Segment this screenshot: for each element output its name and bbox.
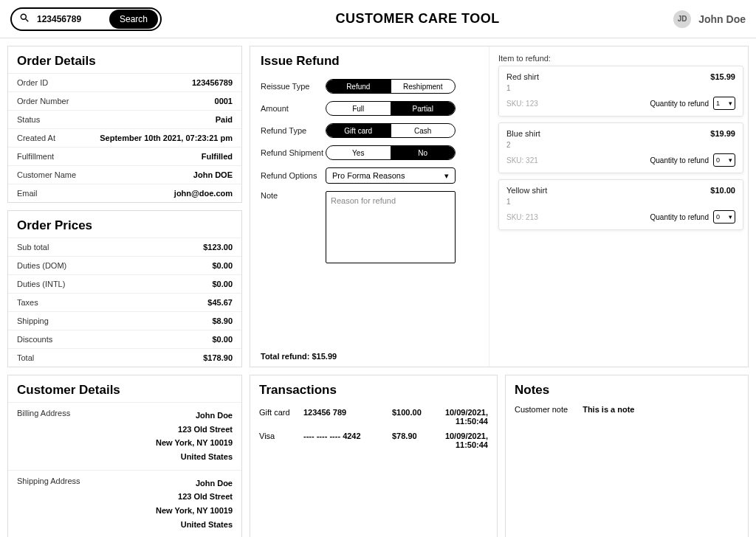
refund-shipment-toggle[interactable]: Yes No — [326, 145, 456, 160]
customer-details-panel: Customer Details Billing Address John Do… — [7, 375, 242, 537]
order-detail-row: Created AtSeptember 10th 2021, 07:23:21 … — [8, 128, 241, 147]
order-price-value: $45.67 — [207, 298, 233, 307]
order-detail-key: Order Number — [17, 97, 69, 105]
order-price-key: Discounts — [17, 335, 52, 344]
customer-details-heading: Customer Details — [8, 375, 241, 402]
order-detail-key: Status — [17, 115, 40, 124]
item-name: Blue shirt — [506, 129, 540, 138]
total-refund-line: Total refund: $15.99 — [261, 325, 478, 361]
qty-to-refund-select[interactable]: 1▾ — [713, 97, 735, 110]
item-sku: SKU: 321 — [506, 156, 538, 164]
tx-number: ---- ---- ---- 4242 — [303, 432, 392, 449]
tx-timestamp: 10/09/2021, 11:50:44 — [444, 408, 488, 426]
search-container: Search — [10, 7, 162, 31]
refund-type-cash-option[interactable]: Cash — [391, 124, 456, 137]
refund-shipment-yes-option[interactable]: Yes — [326, 146, 391, 159]
item-price: $19.99 — [710, 129, 735, 138]
order-detail-key: Order ID — [17, 78, 48, 87]
note-label: Note — [261, 191, 326, 200]
amount-toggle[interactable]: Full Partial — [326, 101, 456, 116]
refund-shipment-label: Refund Shipment — [261, 148, 326, 157]
order-price-value: $8.90 — [212, 316, 233, 325]
order-price-row: Sub total$123.00 — [8, 238, 241, 256]
refund-item-card: Yellow shirt$10.001SKU: 213Quantity to r… — [498, 179, 743, 230]
shipping-address-label: Shipping Address — [17, 477, 80, 532]
order-price-row: Discounts$0.00 — [8, 330, 241, 348]
order-price-row: Taxes$45.67 — [8, 293, 241, 311]
order-detail-row: Order ID123456789 — [8, 73, 241, 91]
order-price-key: Shipping — [17, 316, 49, 325]
amount-full-option[interactable]: Full — [326, 102, 391, 115]
item-sku: SKU: 213 — [506, 213, 538, 221]
order-price-value: $0.00 — [212, 335, 233, 344]
reissue-reshipment-option[interactable]: Reshipment — [391, 80, 456, 93]
qty-to-refund-select[interactable]: 0▾ — [713, 153, 735, 167]
qty-to-refund-select[interactable]: 0▾ — [713, 210, 735, 224]
billing-address-value: John Doe123 Old StreetNew York, NY 10019… — [156, 409, 233, 464]
item-price: $15.99 — [710, 72, 735, 81]
chevron-down-icon: ▾ — [444, 171, 449, 181]
billing-address-label: Billing Address — [17, 409, 70, 464]
item-price: $10.00 — [710, 186, 735, 195]
search-button[interactable]: Search — [109, 10, 158, 29]
page-title: CUSTOMER CARE TOOL — [162, 11, 673, 27]
avatar: JD — [673, 10, 691, 28]
user-name: John Doe — [698, 13, 746, 25]
refund-options-select[interactable]: Pro Forma Reasons ▾ — [326, 167, 456, 184]
qty-to-refund-label: Quantity to refund — [650, 100, 709, 108]
search-icon — [19, 13, 35, 26]
issue-refund-panel: Issue Refund Reissue Type Refund Reshipm… — [250, 46, 749, 367]
order-details-panel: Order Details Order ID123456789Order Num… — [7, 46, 242, 203]
order-price-row: Duties (INTL)$0.00 — [8, 274, 241, 293]
qty-to-refund-label: Quantity to refund — [650, 156, 709, 164]
order-detail-row: StatusPaid — [8, 110, 241, 128]
reissue-type-toggle[interactable]: Refund Reshipment — [326, 79, 456, 94]
order-detail-key: Email — [17, 189, 38, 198]
order-detail-row: FulfillmentFulfilled — [8, 147, 241, 165]
order-detail-value: Paid — [216, 115, 233, 124]
svg-point-0 — [21, 14, 26, 19]
user-chip[interactable]: JD John Doe — [673, 10, 746, 28]
order-detail-value: 0001 — [215, 97, 233, 105]
notes-heading: Notes — [506, 375, 748, 402]
order-price-value: $178.90 — [203, 353, 233, 362]
order-detail-value: Fulfilled — [202, 152, 233, 161]
item-name: Red shirt — [506, 72, 539, 81]
amount-partial-option[interactable]: Partial — [391, 102, 456, 115]
refund-item-card: Red shirt$15.991SKU: 123Quantity to refu… — [498, 66, 743, 117]
item-to-refund-label: Item to refund: — [498, 54, 743, 63]
chevron-down-icon: ▾ — [729, 100, 732, 107]
refund-shipment-no-option[interactable]: No — [391, 146, 456, 159]
order-price-value: $0.00 — [212, 280, 233, 288]
order-detail-value: 123456789 — [192, 78, 233, 87]
customer-note-label: Customer note — [515, 405, 568, 414]
order-details-heading: Order Details — [8, 46, 241, 73]
tx-amount: $100.00 — [392, 408, 444, 426]
refund-type-label: Refund Type — [261, 126, 326, 135]
order-detail-value: John DOE — [193, 170, 233, 179]
item-qty: 1 — [506, 198, 735, 206]
order-detail-value: September 10th 2021, 07:23:21 pm — [100, 134, 233, 142]
svg-line-1 — [26, 18, 29, 21]
order-detail-key: Customer Name — [17, 170, 76, 179]
issue-refund-heading: Issue Refund — [261, 46, 478, 73]
refund-type-toggle[interactable]: Gift card Cash — [326, 123, 456, 138]
tx-amount: $78.90 — [392, 432, 444, 449]
customer-note-value: This is a note — [583, 405, 634, 414]
tx-method: Visa — [259, 432, 303, 449]
refund-type-giftcard-option[interactable]: Gift card — [326, 124, 391, 137]
order-price-key: Duties (DOM) — [17, 261, 66, 270]
tx-method: Gift card — [259, 408, 303, 426]
chevron-down-icon: ▾ — [729, 156, 732, 164]
reissue-type-label: Reissue Type — [261, 82, 326, 91]
tx-timestamp: 10/09/2021, 11:50:44 — [444, 432, 488, 449]
search-input[interactable] — [35, 13, 109, 25]
refund-options-label: Refund Options — [261, 171, 326, 180]
note-textarea[interactable]: Reason for refund — [326, 191, 456, 263]
shipping-address-value: John Doe123 Old StreetNew York, NY 10019… — [156, 477, 233, 532]
order-detail-key: Fulfillment — [17, 152, 54, 161]
order-price-row: Total$178.90 — [8, 348, 241, 367]
order-detail-row: Emailjohn@doe.com — [8, 184, 241, 202]
order-detail-row: Order Number0001 — [8, 91, 241, 110]
reissue-refund-option[interactable]: Refund — [326, 80, 391, 93]
